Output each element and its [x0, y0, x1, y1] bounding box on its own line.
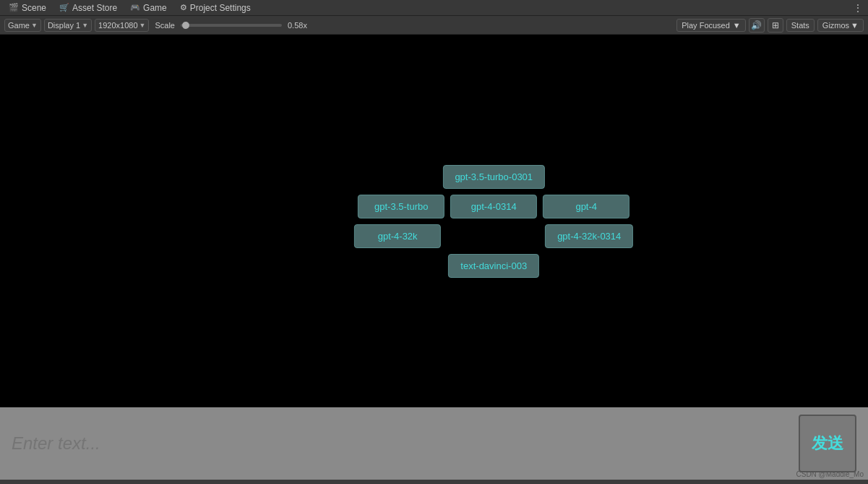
model-row-1: gpt-3.5-turbo gpt-4-0314 gpt-4: [358, 195, 629, 218]
resolution-dropdown-label: 1920x1080: [98, 21, 137, 30]
model-btn-gpt35-turbo-label: gpt-3.5-turbo: [374, 201, 428, 212]
scene-icon: 🎬: [9, 3, 19, 12]
model-buttons-container: gpt-3.5-turbo-0301 gpt-3.5-turbo gpt-4-0…: [344, 165, 643, 278]
display-dropdown[interactable]: Display 1 ▼: [44, 19, 92, 32]
model-row-0: gpt-3.5-turbo-0301: [344, 165, 643, 189]
model-btn-gpt4-32k-0314-label: gpt-4-32k-0314: [557, 231, 621, 242]
stats-label: Stats: [791, 21, 809, 30]
toolbar-bar: Game ▼ Display 1 ▼ 1920x1080 ▼ Scale 0.5…: [0, 16, 868, 35]
game-dropdown[interactable]: Game ▼: [4, 19, 41, 32]
top-menu-bar: 🎬 Scene 🛒 Asset Store 🎮 Game ⚙ Project S…: [0, 0, 868, 16]
model-btn-text-davinci-003[interactable]: text-davinci-003: [448, 254, 539, 278]
model-btn-gpt4-0314[interactable]: gpt-4-0314: [450, 195, 537, 218]
display-dropdown-label: Display 1: [48, 21, 80, 30]
model-row-3: text-davinci-003: [350, 254, 637, 278]
game-dropdown-label: Game: [8, 21, 30, 30]
display-dropdown-arrow: ▼: [82, 22, 88, 29]
model-btn-gpt4-0314-label: gpt-4-0314: [471, 201, 517, 212]
model-row-2: gpt-4-32k gpt-4-32k-0314: [354, 224, 633, 248]
gizmos-label: Gizmos: [822, 21, 849, 30]
game-viewport: gpt-3.5-turbo-0301 gpt-3.5-turbo gpt-4-0…: [0, 35, 868, 407]
gizmos-button[interactable]: Gizmos ▼: [817, 19, 864, 32]
asset-store-icon: 🛒: [59, 3, 69, 12]
play-focused-arrow: ▼: [733, 21, 741, 30]
grid-icon: ⊞: [772, 20, 779, 30]
model-btn-gpt4-32k-label: gpt-4-32k: [378, 231, 418, 242]
more-options-button[interactable]: ⋮: [851, 1, 865, 14]
model-btn-gpt35-turbo-0301-label: gpt-3.5-turbo-0301: [455, 171, 533, 182]
play-focused-button[interactable]: Play Focused ▼: [676, 19, 746, 32]
audio-icon: 🔊: [751, 20, 762, 30]
text-input[interactable]: [12, 433, 787, 454]
send-button-label: 发送: [812, 433, 843, 454]
project-settings-menu-item[interactable]: ⚙ Project Settings: [174, 1, 257, 14]
game-label: Game: [143, 3, 167, 13]
asset-store-menu-item[interactable]: 🛒 Asset Store: [53, 1, 123, 14]
scale-slider[interactable]: [181, 24, 282, 27]
project-settings-label: Project Settings: [190, 3, 251, 13]
bottom-input-area: 发送 CSDN @Maddie_Mo: [0, 407, 868, 480]
send-button[interactable]: 发送: [799, 415, 856, 472]
scale-slider-thumb: [182, 22, 189, 29]
game-icon: 🎮: [130, 3, 140, 12]
model-btn-gpt4-32k-0314[interactable]: gpt-4-32k-0314: [545, 224, 633, 248]
watermark: CSDN @Maddie_Mo: [796, 470, 864, 478]
model-btn-text-davinci-003-label: text-davinci-003: [460, 260, 527, 271]
asset-store-label: Asset Store: [72, 3, 117, 13]
game-menu-item[interactable]: 🎮 Game: [124, 1, 173, 14]
scene-label: Scene: [22, 3, 46, 13]
scale-value: 0.58x: [288, 21, 307, 30]
play-focused-label: Play Focused: [682, 21, 730, 30]
gizmos-arrow: ▼: [851, 21, 859, 30]
game-dropdown-arrow: ▼: [31, 22, 38, 29]
model-btn-gpt4-label: gpt-4: [575, 201, 597, 212]
settings-icon: ⚙: [180, 3, 187, 12]
model-btn-gpt4[interactable]: gpt-4: [543, 195, 629, 218]
model-btn-gpt4-32k[interactable]: gpt-4-32k: [354, 224, 441, 248]
scene-menu-item[interactable]: 🎬 Scene: [3, 1, 52, 14]
audio-button[interactable]: 🔊: [749, 18, 765, 33]
model-btn-gpt35-turbo-0301[interactable]: gpt-3.5-turbo-0301: [442, 165, 545, 189]
scale-label: Scale: [155, 21, 175, 30]
model-btn-gpt35-turbo[interactable]: gpt-3.5-turbo: [358, 195, 444, 218]
resolution-dropdown-arrow: ▼: [139, 22, 146, 29]
resolution-dropdown[interactable]: 1920x1080 ▼: [95, 19, 149, 32]
stats-button[interactable]: Stats: [786, 19, 815, 32]
grid-button[interactable]: ⊞: [768, 18, 783, 33]
